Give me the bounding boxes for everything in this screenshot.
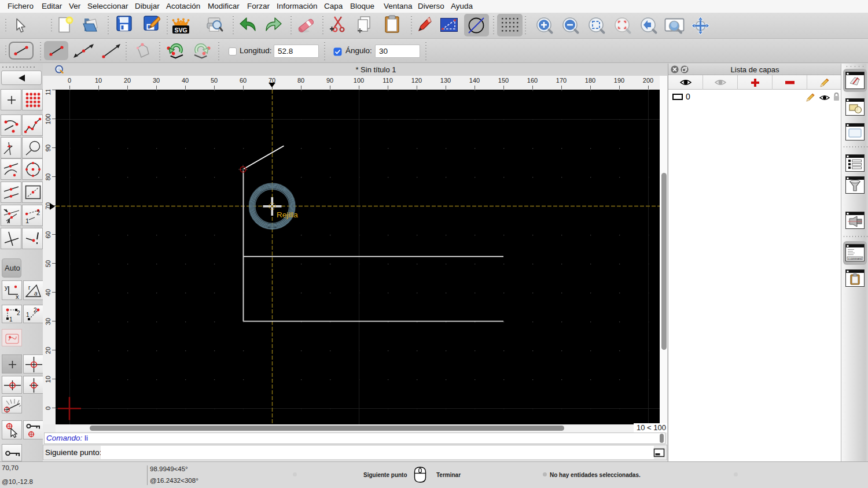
svg-text:130: 130	[440, 77, 451, 84]
svg-text:1: 1	[26, 312, 30, 318]
svg-text:50: 50	[45, 260, 52, 267]
svg-text:110: 110	[382, 77, 393, 84]
svg-text:150: 150	[498, 77, 509, 84]
svg-text:80: 80	[297, 77, 304, 84]
svg-text:1: 1	[9, 316, 13, 323]
svg-text:120: 120	[411, 77, 422, 84]
svg-text:30: 30	[153, 77, 160, 84]
svg-text:190: 190	[614, 77, 624, 84]
svg-text:140: 140	[469, 77, 480, 84]
svg-text:c command: c command	[848, 257, 862, 260]
svg-text:80: 80	[45, 173, 52, 180]
svg-text:r: r	[28, 284, 31, 291]
svg-text:Rejilla: Rejilla	[277, 210, 298, 219]
svg-text:180: 180	[585, 77, 595, 84]
svg-text:SVG: SVG	[174, 27, 187, 34]
svg-text:100: 100	[45, 114, 52, 124]
svg-text:110: 110	[45, 90, 52, 95]
svg-text:160: 160	[527, 77, 538, 84]
svg-text:2: 2	[36, 209, 40, 216]
svg-text:60: 60	[240, 77, 247, 84]
svg-text:20: 20	[45, 347, 52, 354]
svg-text:y: y	[5, 284, 8, 291]
svg-text:1: 1	[25, 217, 29, 224]
svg-text:20: 20	[124, 77, 131, 84]
svg-text:10: 10	[45, 376, 52, 383]
svg-text:30: 30	[45, 318, 52, 325]
svg-text:200: 200	[643, 77, 653, 84]
svg-text:10: 10	[95, 77, 102, 84]
svg-text:170: 170	[556, 77, 567, 84]
svg-text:90: 90	[45, 145, 52, 151]
svg-text:0: 0	[68, 77, 71, 84]
svg-text:x: x	[16, 293, 19, 299]
svg-text:a: a	[34, 290, 38, 297]
svg-text:90: 90	[326, 77, 333, 84]
svg-text:50: 50	[211, 77, 218, 84]
svg-text:2: 2	[17, 310, 20, 316]
svg-text:0: 0	[45, 406, 52, 410]
svg-text:40: 40	[45, 289, 52, 296]
svg-text:2: 2	[34, 307, 37, 313]
svg-text:100: 100	[354, 77, 364, 84]
svg-text:60: 60	[45, 231, 52, 238]
svg-text:40: 40	[182, 77, 189, 84]
